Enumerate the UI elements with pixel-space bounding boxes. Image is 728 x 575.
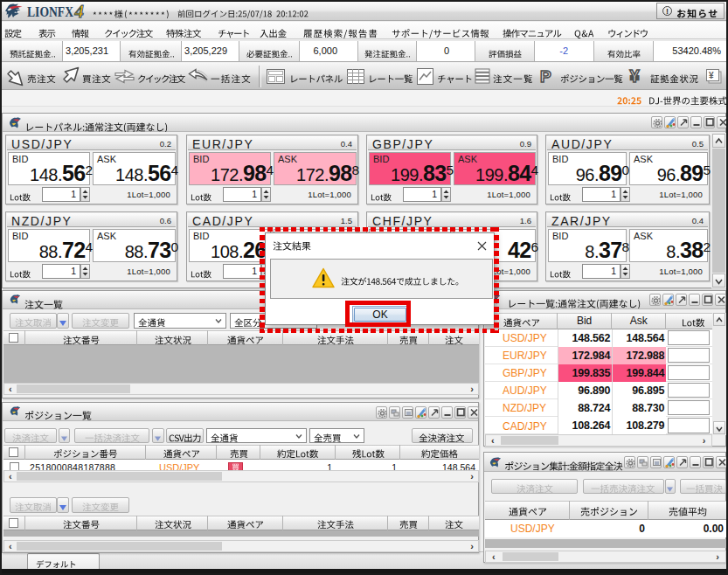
svg-text:P: P	[540, 67, 551, 85]
svg-text:4: 4	[74, 2, 85, 20]
svg-text:¥: ¥	[630, 66, 641, 85]
svg-text:LIONFX: LIONFX	[27, 3, 73, 20]
svg-text:¥: ¥	[709, 71, 714, 80]
